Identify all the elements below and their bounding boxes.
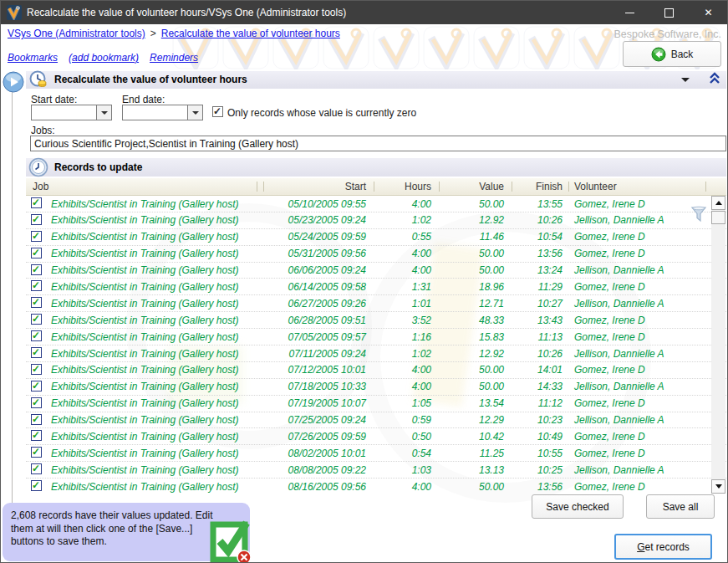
only-zero-checkbox[interactable]: [212, 106, 223, 117]
jobs-input[interactable]: [30, 136, 726, 151]
column-header-hours[interactable]: Hours: [366, 181, 431, 192]
reminders-link[interactable]: Reminders: [150, 52, 198, 64]
cell-hours: 0:55: [366, 231, 431, 243]
table-row[interactable]: Exhibits/Scientist in Training (Gallery …: [26, 345, 726, 362]
cell-finish: 14:33: [504, 381, 563, 392]
cell-job: Exhibits/Scientist in Training (Gallery …: [51, 298, 239, 310]
cell-start: 06/06/2005 09:24: [218, 264, 366, 276]
cell-volunteer: Jellison, Dannielle A: [574, 214, 664, 226]
row-checkbox[interactable]: [31, 430, 42, 441]
cell-value: 50.00: [431, 364, 504, 376]
row-checkbox[interactable]: [31, 364, 42, 375]
row-checkbox[interactable]: [31, 314, 42, 325]
table-row[interactable]: Exhibits/Scientist in Training (Gallery …: [26, 212, 726, 229]
bookmarks-link[interactable]: Bookmarks: [8, 52, 58, 64]
maximize-button[interactable]: [649, 1, 689, 24]
cell-value: 11.46: [431, 231, 504, 243]
table-row[interactable]: Exhibits/Scientist in Training (Gallery …: [26, 428, 726, 445]
cell-start: 07/05/2005 09:57: [218, 331, 366, 343]
cell-start: 06/14/2005 09:58: [218, 281, 366, 293]
row-checkbox[interactable]: [31, 447, 42, 458]
row-checkbox[interactable]: [31, 330, 42, 341]
cell-volunteer: Jellison, Dannielle A: [574, 264, 664, 276]
scroll-up-button[interactable]: [711, 196, 725, 210]
column-header-volunteer[interactable]: Volunteer: [574, 181, 617, 192]
table-row[interactable]: Exhibits/Scientist in Training (Gallery …: [26, 263, 726, 279]
cell-hours: 4:00: [366, 264, 431, 276]
row-checkbox[interactable]: [31, 381, 42, 392]
cell-start: 07/18/2005 10:33: [218, 381, 366, 392]
cell-hours: 4:00: [366, 381, 431, 392]
column-header-finish[interactable]: Finish: [504, 181, 563, 192]
cell-job: Exhibits/Scientist in Training (Gallery …: [51, 231, 239, 243]
table-row[interactable]: Exhibits/Scientist in Training (Gallery …: [26, 246, 726, 263]
table-row[interactable]: Exhibits/Scientist in Training (Gallery …: [26, 312, 726, 329]
cell-start: 08/16/2005 09:56: [218, 481, 366, 493]
table-row[interactable]: Exhibits/Scientist in Training (Gallery …: [26, 396, 726, 412]
cell-start: 08/02/2005 10:01: [218, 448, 366, 459]
cell-finish: 10:54: [504, 231, 563, 243]
close-button[interactable]: [689, 1, 728, 24]
quick-links: Bookmarks (add bookmark) Reminders: [8, 52, 198, 64]
cell-job: Exhibits/Scientist in Training (Gallery …: [51, 397, 239, 409]
row-checkbox[interactable]: [31, 414, 42, 425]
back-button[interactable]: Back: [623, 41, 721, 67]
table-row[interactable]: Exhibits/Scientist in Training (Gallery …: [26, 279, 726, 295]
start-date-label: Start date:: [31, 94, 77, 105]
column-header-job[interactable]: Job: [33, 181, 48, 192]
table-row[interactable]: Exhibits/Scientist in Training (Gallery …: [26, 295, 726, 312]
scroll-down-button[interactable]: [711, 479, 725, 494]
filter-funnel-icon[interactable]: [690, 205, 708, 223]
save-checked-button[interactable]: Save checked: [532, 494, 624, 519]
cell-start: 07/12/2005 10:01: [218, 364, 366, 376]
cell-start: 07/19/2005 10:07: [218, 397, 366, 409]
add-bookmark-link[interactable]: (add bookmark): [69, 52, 139, 64]
table-row[interactable]: Exhibits/Scientist in Training (Gallery …: [26, 196, 726, 212]
save-all-button[interactable]: Save all: [646, 494, 715, 519]
table-row[interactable]: Exhibits/Scientist in Training (Gallery …: [26, 362, 726, 379]
column-header-start[interactable]: Start: [235, 181, 366, 192]
minimize-button[interactable]: [610, 1, 649, 24]
get-records-button[interactable]: Get records: [614, 534, 712, 560]
table-row[interactable]: Exhibits/Scientist in Training (Gallery …: [26, 479, 726, 494]
panel-expand-play-button[interactable]: [3, 71, 24, 93]
row-checkbox[interactable]: [31, 264, 42, 275]
collapse-chevrons-icon[interactable]: [709, 72, 720, 84]
column-header-value[interactable]: Value: [431, 181, 504, 192]
row-checkbox[interactable]: [31, 280, 42, 291]
cell-volunteer: Gomez, Irene D: [574, 331, 645, 343]
table-row[interactable]: Exhibits/Scientist in Training (Gallery …: [26, 412, 726, 429]
row-checkbox[interactable]: [31, 347, 42, 358]
row-checkbox[interactable]: [31, 231, 42, 242]
cell-hours: 0:54: [366, 448, 431, 459]
row-checkbox[interactable]: [31, 297, 42, 308]
table-row[interactable]: Exhibits/Scientist in Training (Gallery …: [26, 379, 726, 396]
end-date-dropdown-button[interactable]: [187, 105, 202, 120]
table-row[interactable]: Exhibits/Scientist in Training (Gallery …: [26, 229, 726, 246]
table-row[interactable]: Exhibits/Scientist in Training (Gallery …: [26, 445, 726, 462]
start-date-dropdown-button[interactable]: [96, 105, 111, 120]
row-checkbox[interactable]: [31, 248, 42, 258]
table-scrollbar[interactable]: [711, 196, 725, 494]
cell-job: Exhibits/Scientist in Training (Gallery …: [51, 464, 239, 476]
panel-menu-caret-icon[interactable]: [681, 78, 690, 82]
row-checkbox[interactable]: [31, 397, 42, 408]
back-arrow-icon: [651, 47, 666, 62]
row-checkbox[interactable]: [31, 480, 42, 491]
row-checkbox[interactable]: [31, 197, 42, 208]
breadcrumb-root-link[interactable]: VSys One (Administrator tools): [8, 28, 145, 39]
cell-hours: 1:31: [366, 281, 431, 293]
records-title: Records to update: [54, 161, 142, 173]
start-date-combobox[interactable]: [31, 105, 112, 120]
table-row[interactable]: Exhibits/Scientist in Training (Gallery …: [26, 329, 726, 345]
scrollbar-thumb[interactable]: [711, 211, 725, 224]
row-checkbox[interactable]: [31, 214, 42, 225]
cell-start: 07/25/2005 09:24: [218, 414, 366, 426]
table-row[interactable]: Exhibits/Scientist in Training (Gallery …: [26, 462, 726, 479]
breadcrumb-current-link[interactable]: Recalculate the value of volunteer hours: [161, 28, 340, 39]
cell-hours: 3:52: [366, 315, 431, 326]
row-checkbox[interactable]: [31, 463, 42, 474]
cell-job: Exhibits/Scientist in Training (Gallery …: [51, 481, 239, 493]
cell-start: 05/24/2005 09:59: [218, 231, 366, 243]
end-date-combobox[interactable]: [122, 105, 203, 120]
